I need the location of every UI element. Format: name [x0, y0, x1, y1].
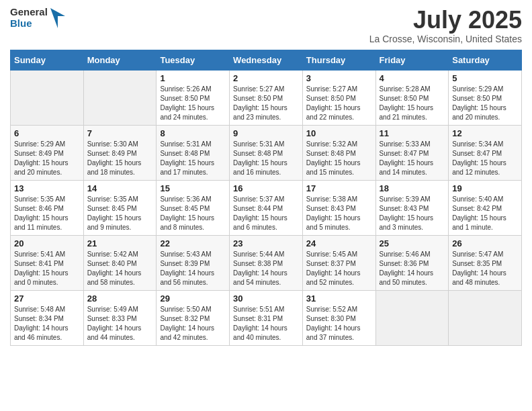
- day-info: Sunrise: 5:51 AM Sunset: 8:31 PM Dayligh…: [233, 305, 299, 342]
- day-number: 13: [14, 183, 80, 193]
- calendar-day-cell: 23Sunrise: 5:44 AM Sunset: 8:38 PM Dayli…: [230, 235, 303, 290]
- month-title: July 2025: [369, 7, 522, 34]
- logo-blue: Blue: [10, 18, 48, 30]
- title-area: July 2025 La Crosse, Wisconsin, United S…: [369, 7, 522, 44]
- calendar-empty-cell: [11, 70, 84, 125]
- calendar-day-cell: 21Sunrise: 5:42 AM Sunset: 8:40 PM Dayli…: [83, 235, 157, 290]
- day-number: 21: [87, 238, 153, 248]
- calendar-week-row: 6Sunrise: 5:29 AM Sunset: 8:49 PM Daylig…: [11, 125, 522, 180]
- day-info: Sunrise: 5:49 AM Sunset: 8:33 PM Dayligh…: [87, 305, 153, 342]
- calendar-day-cell: 4Sunrise: 5:28 AM Sunset: 8:50 PM Daylig…: [375, 70, 449, 125]
- day-info: Sunrise: 5:47 AM Sunset: 8:35 PM Dayligh…: [452, 250, 518, 287]
- weekday-header-thursday: Thursday: [302, 50, 375, 70]
- calendar-day-cell: 9Sunrise: 5:31 AM Sunset: 8:48 PM Daylig…: [230, 125, 303, 180]
- page-header: General Blue July 2025 La Crosse, Wiscon…: [10, 7, 522, 44]
- weekday-header-friday: Friday: [375, 50, 449, 70]
- calendar-day-cell: 17Sunrise: 5:38 AM Sunset: 8:43 PM Dayli…: [302, 180, 375, 235]
- day-info: Sunrise: 5:33 AM Sunset: 8:47 PM Dayligh…: [380, 140, 445, 177]
- day-info: Sunrise: 5:50 AM Sunset: 8:32 PM Dayligh…: [160, 305, 226, 342]
- day-info: Sunrise: 5:48 AM Sunset: 8:34 PM Dayligh…: [14, 305, 80, 342]
- day-info: Sunrise: 5:44 AM Sunset: 8:38 PM Dayligh…: [233, 250, 299, 287]
- calendar-day-cell: 20Sunrise: 5:41 AM Sunset: 8:41 PM Dayli…: [11, 235, 84, 290]
- day-info: Sunrise: 5:37 AM Sunset: 8:44 PM Dayligh…: [233, 195, 299, 232]
- weekday-header-sunday: Sunday: [11, 50, 84, 70]
- calendar-day-cell: 7Sunrise: 5:30 AM Sunset: 8:49 PM Daylig…: [83, 125, 157, 180]
- day-number: 2: [233, 73, 299, 83]
- calendar-day-cell: 15Sunrise: 5:36 AM Sunset: 8:45 PM Dayli…: [157, 180, 230, 235]
- calendar-day-cell: 14Sunrise: 5:35 AM Sunset: 8:45 PM Dayli…: [83, 180, 157, 235]
- day-info: Sunrise: 5:32 AM Sunset: 8:48 PM Dayligh…: [306, 140, 372, 177]
- day-number: 19: [452, 183, 518, 193]
- day-info: Sunrise: 5:36 AM Sunset: 8:45 PM Dayligh…: [160, 195, 226, 232]
- weekday-header-tuesday: Tuesday: [157, 50, 230, 70]
- day-number: 26: [452, 238, 518, 248]
- calendar-day-cell: 3Sunrise: 5:27 AM Sunset: 8:50 PM Daylig…: [302, 70, 375, 125]
- calendar-week-row: 1Sunrise: 5:26 AM Sunset: 8:50 PM Daylig…: [11, 70, 522, 125]
- calendar-day-cell: 30Sunrise: 5:51 AM Sunset: 8:31 PM Dayli…: [230, 290, 303, 345]
- day-number: 29: [160, 293, 226, 304]
- day-number: 27: [14, 293, 80, 304]
- day-info: Sunrise: 5:27 AM Sunset: 8:50 PM Dayligh…: [233, 85, 299, 122]
- svg-marker-0: [50, 8, 65, 28]
- calendar-week-row: 20Sunrise: 5:41 AM Sunset: 8:41 PM Dayli…: [11, 235, 522, 290]
- day-number: 31: [306, 293, 372, 304]
- calendar-empty-cell: [449, 290, 522, 345]
- day-number: 8: [160, 128, 226, 138]
- day-info: Sunrise: 5:42 AM Sunset: 8:40 PM Dayligh…: [87, 250, 153, 287]
- day-number: 10: [306, 128, 372, 138]
- day-number: 11: [380, 128, 445, 138]
- calendar-day-cell: 6Sunrise: 5:29 AM Sunset: 8:49 PM Daylig…: [11, 125, 84, 180]
- day-info: Sunrise: 5:31 AM Sunset: 8:48 PM Dayligh…: [233, 140, 299, 177]
- calendar-day-cell: 31Sunrise: 5:52 AM Sunset: 8:30 PM Dayli…: [302, 290, 375, 345]
- calendar-day-cell: 11Sunrise: 5:33 AM Sunset: 8:47 PM Dayli…: [375, 125, 449, 180]
- day-info: Sunrise: 5:39 AM Sunset: 8:43 PM Dayligh…: [380, 195, 445, 232]
- calendar-day-cell: 5Sunrise: 5:29 AM Sunset: 8:50 PM Daylig…: [449, 70, 522, 125]
- day-info: Sunrise: 5:35 AM Sunset: 8:45 PM Dayligh…: [87, 195, 153, 232]
- calendar-week-row: 27Sunrise: 5:48 AM Sunset: 8:34 PM Dayli…: [11, 290, 522, 345]
- day-info: Sunrise: 5:29 AM Sunset: 8:50 PM Dayligh…: [452, 85, 518, 122]
- day-number: 22: [160, 238, 226, 248]
- day-number: 5: [452, 73, 518, 83]
- calendar-day-cell: 16Sunrise: 5:37 AM Sunset: 8:44 PM Dayli…: [230, 180, 303, 235]
- day-info: Sunrise: 5:34 AM Sunset: 8:47 PM Dayligh…: [452, 140, 518, 177]
- day-number: 20: [14, 238, 80, 248]
- day-info: Sunrise: 5:40 AM Sunset: 8:42 PM Dayligh…: [452, 195, 518, 232]
- day-number: 7: [87, 128, 153, 138]
- calendar-day-cell: 2Sunrise: 5:27 AM Sunset: 8:50 PM Daylig…: [230, 70, 303, 125]
- calendar-day-cell: 1Sunrise: 5:26 AM Sunset: 8:50 PM Daylig…: [157, 70, 230, 125]
- day-info: Sunrise: 5:41 AM Sunset: 8:41 PM Dayligh…: [14, 250, 80, 287]
- calendar-day-cell: 27Sunrise: 5:48 AM Sunset: 8:34 PM Dayli…: [11, 290, 84, 345]
- logo-general: General: [10, 7, 48, 18]
- day-info: Sunrise: 5:31 AM Sunset: 8:48 PM Dayligh…: [160, 140, 226, 177]
- day-info: Sunrise: 5:30 AM Sunset: 8:49 PM Dayligh…: [87, 140, 153, 177]
- weekday-header-saturday: Saturday: [449, 50, 522, 70]
- calendar-day-cell: 24Sunrise: 5:45 AM Sunset: 8:37 PM Dayli…: [302, 235, 375, 290]
- logo: General Blue: [10, 7, 65, 29]
- day-number: 24: [306, 238, 372, 248]
- calendar-day-cell: 29Sunrise: 5:50 AM Sunset: 8:32 PM Dayli…: [157, 290, 230, 345]
- day-number: 28: [87, 293, 153, 304]
- calendar-day-cell: 25Sunrise: 5:46 AM Sunset: 8:36 PM Dayli…: [375, 235, 449, 290]
- day-number: 30: [233, 293, 299, 304]
- calendar-day-cell: 26Sunrise: 5:47 AM Sunset: 8:35 PM Dayli…: [449, 235, 522, 290]
- day-info: Sunrise: 5:28 AM Sunset: 8:50 PM Dayligh…: [380, 85, 445, 122]
- day-number: 6: [14, 128, 80, 138]
- calendar-day-cell: 8Sunrise: 5:31 AM Sunset: 8:48 PM Daylig…: [157, 125, 230, 180]
- calendar-day-cell: 19Sunrise: 5:40 AM Sunset: 8:42 PM Dayli…: [449, 180, 522, 235]
- weekday-header-row: SundayMondayTuesdayWednesdayThursdayFrid…: [11, 50, 522, 70]
- day-info: Sunrise: 5:27 AM Sunset: 8:50 PM Dayligh…: [306, 85, 372, 122]
- day-number: 12: [452, 128, 518, 138]
- calendar-day-cell: 10Sunrise: 5:32 AM Sunset: 8:48 PM Dayli…: [302, 125, 375, 180]
- day-number: 17: [306, 183, 372, 193]
- weekday-header-wednesday: Wednesday: [230, 50, 303, 70]
- day-info: Sunrise: 5:46 AM Sunset: 8:36 PM Dayligh…: [380, 250, 445, 287]
- day-number: 16: [233, 183, 299, 193]
- day-number: 14: [87, 183, 153, 193]
- calendar-week-row: 13Sunrise: 5:35 AM Sunset: 8:46 PM Dayli…: [11, 180, 522, 235]
- calendar-day-cell: 28Sunrise: 5:49 AM Sunset: 8:33 PM Dayli…: [83, 290, 157, 345]
- day-number: 3: [306, 73, 372, 83]
- calendar-day-cell: 22Sunrise: 5:43 AM Sunset: 8:39 PM Dayli…: [157, 235, 230, 290]
- calendar-day-cell: 12Sunrise: 5:34 AM Sunset: 8:47 PM Dayli…: [449, 125, 522, 180]
- calendar-day-cell: 18Sunrise: 5:39 AM Sunset: 8:43 PM Dayli…: [375, 180, 449, 235]
- calendar-empty-cell: [83, 70, 157, 125]
